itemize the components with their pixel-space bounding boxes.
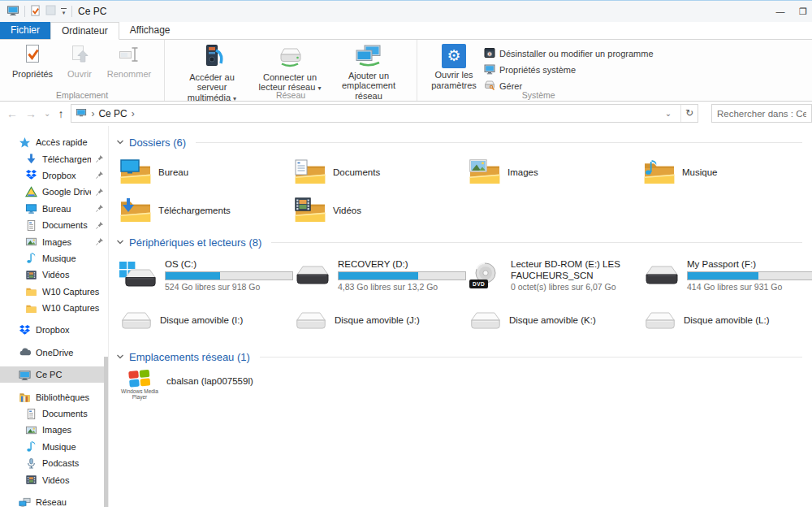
podcast-icon: [25, 457, 37, 470]
folder-icon: [120, 159, 151, 184]
section-title: Dossiers (6): [129, 136, 186, 149]
sidebar-item-onedrive[interactable]: OneDrive: [0, 344, 108, 361]
star-icon: [19, 136, 31, 149]
sidebar-item-w10-captures[interactable]: W10 Captures: [0, 284, 108, 300]
folder-icon-wrap: [644, 159, 675, 184]
rename-icon: [119, 44, 140, 67]
folder-t-l-chargements[interactable]: Téléchargements: [120, 191, 295, 229]
tab-computer[interactable]: Ordinateur: [50, 22, 119, 40]
section-header[interactable]: Emplacements réseau (1): [116, 351, 802, 363]
refresh-icon[interactable]: ↻: [680, 105, 698, 122]
search-input[interactable]: [712, 109, 811, 119]
media-server-icon: [200, 44, 224, 71]
network-icon: [19, 496, 31, 507]
system-drive-icon: [120, 262, 158, 289]
sidebar-item-r-seau[interactable]: Réseau: [0, 494, 108, 507]
address-dropdown-icon[interactable]: ⌄: [660, 105, 676, 122]
back-icon[interactable]: ←: [6, 108, 18, 119]
content-sections: Dossiers (6)BureauDocumentsImagesMusique…: [109, 136, 812, 414]
pin-icon: [96, 155, 103, 162]
pin-icon: [96, 188, 103, 196]
capacity-bar: [338, 271, 466, 280]
sidebar-item-label: OneDrive: [36, 348, 108, 358]
system-properties-button[interactable]: Propriétés système: [484, 63, 654, 76]
sidebar-scrollbar[interactable]: [104, 357, 108, 507]
map-network-drive-button[interactable]: Connecter un lecteur réseau ▾: [253, 42, 327, 94]
recent-locations-icon[interactable]: ⌄: [44, 110, 50, 118]
sidebar-item-dropbox[interactable]: Dropbox: [0, 322, 108, 338]
breadcrumb[interactable]: Ce PC: [98, 108, 127, 119]
folder-musique[interactable]: Musique: [644, 153, 812, 191]
system-small-buttons: Désinstaller ou modifier un programme Pr…: [484, 42, 654, 93]
sidebar-item-t-l-chargements[interactable]: Téléchargements: [0, 150, 108, 167]
search-box[interactable]: [711, 104, 812, 123]
sidebar-item-bureau[interactable]: Bureau: [0, 201, 108, 217]
content-area: Accès rapideTéléchargementsDropboxGoogle…: [0, 126, 812, 507]
separator: [71, 6, 72, 17]
tab-file[interactable]: Fichier: [0, 22, 50, 39]
folder-vid-os[interactable]: Vidéos: [295, 191, 469, 229]
system-properties-icon: [484, 63, 495, 76]
customize-toolbar-icon[interactable]: ▾: [61, 8, 67, 15]
drive-os-c[interactable]: OS (C:)524 Go libres sur 918 Go: [120, 253, 295, 298]
sidebar-item-podcasts[interactable]: Podcasts: [0, 455, 108, 471]
drive-disque-amovible-l[interactable]: Disque amovible (L:): [644, 298, 812, 344]
tab-view[interactable]: Affichage: [119, 22, 181, 39]
divider: [196, 142, 802, 143]
sidebar-item-w10-captures[interactable]: W10 Captures: [0, 300, 108, 316]
properties-quick-icon[interactable]: [30, 5, 41, 19]
sidebar-item-musique[interactable]: Musique: [0, 439, 108, 455]
folder-images[interactable]: Images: [469, 153, 644, 191]
sidebar-item-dropbox[interactable]: Dropbox: [0, 167, 108, 184]
sidebar-item-label: Musique: [42, 442, 108, 452]
up-icon[interactable]: ↑: [58, 108, 63, 119]
drive-disque-amovible-k[interactable]: Disque amovible (K:): [469, 298, 644, 344]
sidebar-item-biblioth-ques[interactable]: Bibliothèques: [0, 388, 108, 405]
sidebar-item-musique[interactable]: Musique: [0, 250, 108, 266]
sidebar-item-images[interactable]: Images: [0, 422, 108, 438]
section-header[interactable]: Périphériques et lecteurs (8): [116, 236, 802, 249]
open-settings-button[interactable]: ⚙ Ouvrir les paramètres: [424, 42, 484, 92]
folder-bureau[interactable]: Bureau: [120, 153, 295, 191]
uninstall-program-button[interactable]: Désinstaller ou modifier un programme: [484, 46, 654, 60]
drive-caption: 524 Go libres sur 918 Go: [165, 282, 293, 292]
sidebar-item-acc-s-rapide[interactable]: Accès rapide: [0, 134, 108, 150]
maximize-button[interactable]: ❐: [794, 1, 812, 22]
drive-disque-amovible-j[interactable]: Disque amovible (J:): [295, 298, 469, 344]
section-header[interactable]: Dossiers (6): [116, 136, 802, 149]
sidebar-item-ce-pc[interactable]: Ce PC: [0, 366, 108, 383]
address-bar[interactable]: › Ce PC › ⌄ ↻: [71, 104, 698, 123]
drive-lecteur-bd-rom-e-les-faucheurs-scn[interactable]: DVDLecteur BD-ROM (E:) LES FAUCHEURS_SCN…: [469, 253, 644, 298]
folder-icon-wrap: [120, 159, 151, 184]
folder-icon-wrap: [120, 197, 151, 223]
network-location-cbalsan-lap007559l[interactable]: Windows Media Playercbalsan (lap007559l): [120, 369, 295, 414]
forward-icon[interactable]: →: [25, 108, 37, 119]
minimize-button[interactable]: —: [767, 1, 794, 22]
folder-name: Vidéos: [333, 206, 361, 215]
cloud-icon: [19, 346, 31, 358]
drive-my-passport-f[interactable]: My Passport (F:)414 Go libres sur 931 Go: [644, 253, 812, 298]
sidebar-item-vid-os[interactable]: Vidéos: [0, 471, 108, 488]
folder-documents[interactable]: Documents: [295, 153, 469, 191]
sidebar-item-documents[interactable]: Documents: [0, 405, 108, 422]
folder-icon-wrap: [295, 159, 326, 184]
drive-icon-wrap: [295, 264, 330, 287]
rename-button: Renommer: [101, 42, 158, 80]
sidebar-item-vid-os[interactable]: Vidéos: [0, 266, 108, 283]
group-label-location: Emplacement: [0, 90, 164, 100]
drive-recovery-d[interactable]: RECOVERY (D:)4,83 Go libres sur 13,2 Go: [295, 253, 469, 298]
network-drive-icon: [278, 44, 302, 71]
drive-disque-amovible-i[interactable]: Disque amovible (I:): [120, 298, 295, 344]
folder-icon: [644, 159, 675, 184]
sidebar-item-google-drive[interactable]: Google Drive: [0, 184, 108, 200]
sidebar-item-label: Vidéos: [42, 475, 108, 485]
sidebar-item-images[interactable]: Images: [0, 233, 108, 249]
new-folder-quick-icon[interactable]: [45, 5, 56, 18]
folder-icon: [295, 159, 326, 184]
drive-icon-wrap: [469, 310, 502, 332]
hard-drive-icon: [644, 264, 680, 287]
properties-button[interactable]: Propriétés: [6, 42, 58, 80]
chevron-down-icon: [116, 136, 124, 149]
sidebar-item-documents[interactable]: Documents: [0, 217, 108, 233]
capacity-fill: [339, 272, 418, 280]
